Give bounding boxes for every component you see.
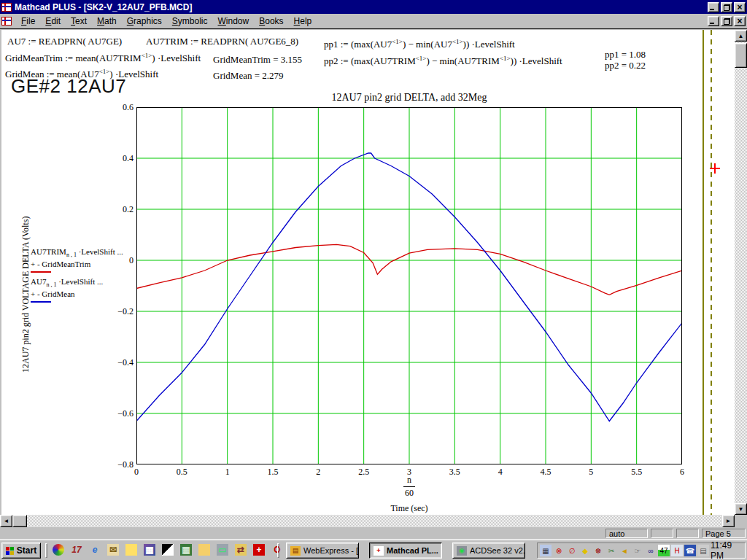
- math-region-pp1[interactable]: pp1 := (max(AU7<1>) − min(AU7<1>)) ·Leve…: [324, 39, 515, 50]
- volume-icon[interactable]: ◄: [619, 545, 630, 556]
- photo-editor-icon[interactable]: ▦: [144, 544, 155, 556]
- scheduler-icon[interactable]: ▦: [540, 545, 551, 556]
- modem-icon[interactable]: ☎: [684, 545, 696, 556]
- plot-canvas: [136, 107, 682, 464]
- system-tray: ▦⊗∅◆☸✂◄☞∞47H☎▤11:49 PM: [537, 542, 746, 559]
- horizontal-scroll-thumb[interactable]: [12, 515, 27, 527]
- y-axis-label: 12AU7 pin2 grid VOLTAGE DELTA (Volts): [20, 217, 31, 373]
- tray-clock[interactable]: 11:49 PM: [711, 540, 740, 560]
- math-region-gridmeantrim-result[interactable]: GridMeanTrim = 3.155: [213, 54, 302, 66]
- restore-button[interactable]: [721, 2, 732, 12]
- wheel-icon[interactable]: ☸: [592, 545, 604, 556]
- expr-text: GridMeanTrim := mean(AU7TRIM: [5, 52, 142, 63]
- start-button[interactable]: Start: [1, 542, 41, 559]
- hotsync-icon[interactable]: H: [671, 545, 683, 556]
- status-empty-field-2: [676, 529, 699, 538]
- no-sign-icon[interactable]: ∅: [566, 545, 578, 556]
- expr-text: ) − min(AU7: [403, 39, 452, 50]
- task-button-webexpress[interactable]: ▤WebExpress - [i...: [286, 542, 359, 559]
- printer-icon[interactable]: ▤: [697, 545, 709, 556]
- task-button-acdsee[interactable]: ◉ACDSee 32 v2....: [452, 542, 525, 559]
- legend-entry-trim: AU7TRIMn , 1 ·LevelShift ...: [31, 247, 123, 256]
- hand-icon[interactable]: ☞: [632, 545, 643, 556]
- mail-icon[interactable]: ✉: [107, 544, 119, 556]
- menu-books[interactable]: Books: [254, 15, 288, 28]
- math-region-pp1-result[interactable]: pp1 = 1.08: [605, 49, 646, 61]
- worksheet-heading[interactable]: GE#2 12AU7: [11, 75, 126, 98]
- scroll-left-button[interactable]: ◄: [0, 515, 12, 527]
- expr-text: pp2 := (max(AU7TRIM: [324, 55, 416, 66]
- spreadsheet-icon[interactable]: ▦: [180, 544, 192, 556]
- document-icon[interactable]: [1, 17, 12, 26]
- math-region-pp2-result[interactable]: pp2 = 0.22: [605, 60, 646, 71]
- legend-text: ·LevelShift ...: [56, 277, 103, 286]
- webexpress-icon: ▤: [290, 546, 301, 556]
- sync-files-icon[interactable]: ⇄: [235, 544, 247, 556]
- mathcad-app-icon[interactable]: [1, 3, 12, 12]
- taskbar: Start 17e✉▦▦▭⇄+O ▤WebExpress - [i...+Mat…: [0, 540, 747, 560]
- start-label: Start: [17, 545, 36, 556]
- math-region-au7[interactable]: AU7 := READPRN( AU7GE): [7, 36, 122, 47]
- y-tick-label: −0.2: [97, 306, 133, 317]
- windows-flag-icon: [6, 547, 15, 555]
- pda-icon[interactable]: ▭: [217, 544, 228, 556]
- keys-icon[interactable]: ∞: [645, 545, 657, 556]
- folder-icon[interactable]: [125, 544, 137, 556]
- legend-entry-trim-line2: + - GridMeanTrim: [31, 260, 123, 268]
- menu-help[interactable]: Help: [289, 15, 317, 28]
- menu-edit[interactable]: Edit: [40, 15, 66, 28]
- scroll-right-button[interactable]: ►: [722, 515, 735, 527]
- math-region-au7trim[interactable]: AU7TRIM := READPRN( AU7GE6_8): [146, 36, 298, 47]
- red-italic-logo-icon[interactable]: 17: [71, 544, 82, 556]
- internet-explorer-icon[interactable]: e: [89, 544, 101, 556]
- x-axis-unit: Time (sec): [136, 503, 682, 514]
- legend-red-swatch: [31, 271, 51, 273]
- worksheet[interactable]: AU7 := READPRN( AU7GE) AU7TRIM := READPR…: [0, 30, 735, 515]
- task-button-mathcad[interactable]: +Mathcad PL...: [369, 542, 442, 559]
- expr-text: )) ·LevelShift: [463, 39, 515, 50]
- math-region-gridmean-result[interactable]: GridMean = 2.279: [213, 70, 284, 82]
- menu-symbolic[interactable]: Symbolic: [167, 15, 213, 28]
- menu-graphics[interactable]: Graphics: [122, 15, 167, 28]
- plot-region[interactable]: [136, 107, 682, 464]
- mute-icon[interactable]: ⊗: [553, 545, 565, 556]
- page-margin-line: [703, 30, 704, 515]
- y-tick-label: −0.6: [97, 408, 133, 419]
- menu-text[interactable]: Text: [66, 15, 92, 28]
- mathcad-icon: +: [374, 546, 384, 556]
- open-folder-icon[interactable]: [198, 544, 210, 556]
- vertical-scrollbar[interactable]: ▲ ▼: [735, 30, 747, 515]
- minimize-button[interactable]: [708, 2, 719, 12]
- battery-meter-icon[interactable]: 47: [658, 545, 670, 556]
- menu-file[interactable]: File: [16, 15, 40, 28]
- tools-icon[interactable]: ✂: [605, 545, 617, 556]
- doc-close-button[interactable]: ×: [734, 16, 746, 26]
- menu-window[interactable]: Window: [213, 15, 255, 28]
- x-axis-label: n 60 Time (sec): [136, 475, 682, 514]
- scroll-down-button[interactable]: ▼: [735, 503, 747, 515]
- math-region-gridmeantrim[interactable]: GridMeanTrim := mean(AU7TRIM<1>) ·LevelS…: [5, 52, 201, 64]
- vertical-scroll-thumb[interactable]: [735, 43, 747, 68]
- taskbar-separator: [45, 543, 47, 558]
- desktop-bw-icon[interactable]: [162, 544, 174, 556]
- scroll-up-button[interactable]: ▲: [735, 30, 747, 42]
- task-button-label: Mathcad PL...: [387, 546, 438, 555]
- horizontal-scrollbar[interactable]: ◄ ►: [0, 515, 735, 527]
- expr-text: )) ·LevelShift: [511, 55, 562, 66]
- y-tick-label: 0.6: [97, 102, 133, 113]
- y-tick-label: −0.4: [97, 357, 133, 368]
- scrollbar-corner: [735, 515, 747, 527]
- crosshair-cursor: [710, 163, 720, 174]
- legend-text: AU7TRIM: [31, 247, 66, 256]
- diamond-icon[interactable]: ◆: [579, 545, 591, 556]
- doc-minimize-button[interactable]: [708, 16, 719, 26]
- close-button[interactable]: ×: [734, 2, 746, 12]
- menu-math[interactable]: Math: [92, 15, 122, 28]
- math-region-pp2[interactable]: pp2 := (max(AU7TRIM<1>) − min(AU7TRIM<1>…: [324, 55, 562, 67]
- expr-text: ) − min(AU7TRIM: [426, 55, 500, 66]
- doc-restore-button[interactable]: [721, 16, 732, 26]
- media-player-icon[interactable]: [53, 544, 64, 556]
- first-aid-icon[interactable]: +: [253, 544, 265, 556]
- legend-text: AU7: [31, 277, 46, 286]
- status-page-field: Page 5: [702, 529, 746, 538]
